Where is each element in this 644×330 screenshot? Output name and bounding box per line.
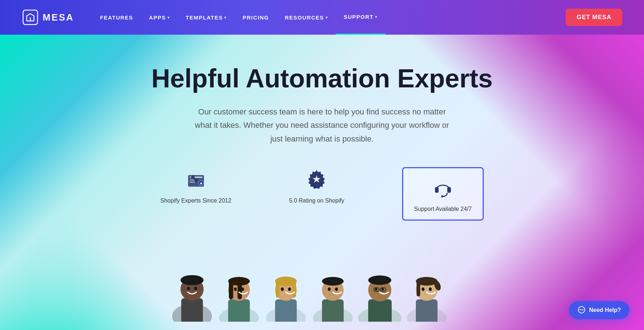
hero-section: Helpful Automation Experts Our customer … [0,35,644,330]
chat-widget-label: Need Help? [589,307,621,313]
svg-point-36 [281,287,284,291]
nav-item-resources[interactable]: RESOURCES ▾ [277,0,336,35]
get-mesa-button[interactable]: GET MESA [566,9,622,26]
chevron-down-icon: ▾ [224,16,227,19]
svg-point-64 [582,309,583,311]
svg-point-19 [180,275,204,285]
svg-point-62 [579,309,580,311]
chat-bubble-icon [578,306,586,314]
chevron-down-icon: ▾ [375,15,378,19]
navbar: MESA FEATURES APPS ▾ TEMPLATES ▾ PRICING… [0,0,644,35]
nav-item-features[interactable]: FEATURES [92,0,141,35]
hero-content: Helpful Automation Experts Our customer … [142,64,502,322]
star-badge-icon [304,167,330,193]
svg-point-43 [335,287,338,291]
svg-rect-31 [275,299,297,322]
svg-rect-23 [228,299,250,322]
svg-point-42 [328,287,331,291]
svg-rect-45 [368,299,392,322]
svg-rect-34 [276,281,279,298]
feature-shopify-experts[interactable]: Shopify Experts Since 2012 [160,167,231,204]
svg-rect-54 [416,299,438,322]
feature-row: Shopify Experts Since 2012 5.0 Rating on… [142,167,502,221]
svg-point-37 [288,287,291,291]
svg-point-21 [194,287,197,290]
nav-links: FEATURES APPS ▾ TEMPLATES ▾ PRICING RESO… [92,0,566,35]
feature-support-label: Support Available 24/7 [414,206,472,212]
chat-widget[interactable]: Need Help? [569,301,630,319]
feature-rating-label: 5.0 Rating on Shopify [289,197,344,204]
svg-rect-26 [229,281,233,299]
svg-rect-13 [435,187,439,193]
feature-support[interactable]: Support Available 24/7 [402,167,484,221]
logo-area[interactable]: MESA [22,9,74,26]
svg-rect-17 [181,298,203,322]
nav-item-support[interactable]: SUPPORT ▾ [336,0,386,35]
svg-point-47 [368,275,391,285]
logo-text: MESA [43,12,74,23]
svg-point-52 [382,288,384,291]
team-avatars-svg [160,242,484,322]
svg-rect-27 [238,281,242,299]
svg-point-60 [429,287,432,291]
svg-rect-39 [322,299,344,322]
svg-point-59 [422,287,425,291]
team-illustration [142,242,502,322]
feature-rating[interactable]: 5.0 Rating on Shopify [289,167,344,204]
svg-rect-57 [417,281,420,296]
svg-rect-14 [447,187,451,193]
hero-subtitle: Our customer success team is here to hel… [192,105,452,146]
mesa-logo-icon [22,9,39,26]
chevron-down-icon: ▾ [167,16,170,19]
hero-title: Helpful Automation Experts [142,64,502,94]
svg-point-63 [581,309,582,311]
svg-point-29 [241,287,244,291]
nav-item-apps[interactable]: APPS ▾ [141,0,178,35]
feature-shopify-experts-label: Shopify Experts Since 2012 [160,197,231,204]
svg-rect-35 [292,281,296,298]
diploma-icon [183,167,209,193]
svg-point-28 [234,287,237,291]
nav-item-templates[interactable]: TEMPLATES ▾ [178,0,235,35]
svg-point-15 [441,195,443,197]
svg-point-41 [322,277,344,286]
headset-icon [430,175,456,201]
svg-point-20 [187,287,190,290]
svg-point-51 [375,288,377,291]
chevron-down-icon: ▾ [326,16,328,19]
nav-item-pricing[interactable]: PRICING [235,0,277,35]
